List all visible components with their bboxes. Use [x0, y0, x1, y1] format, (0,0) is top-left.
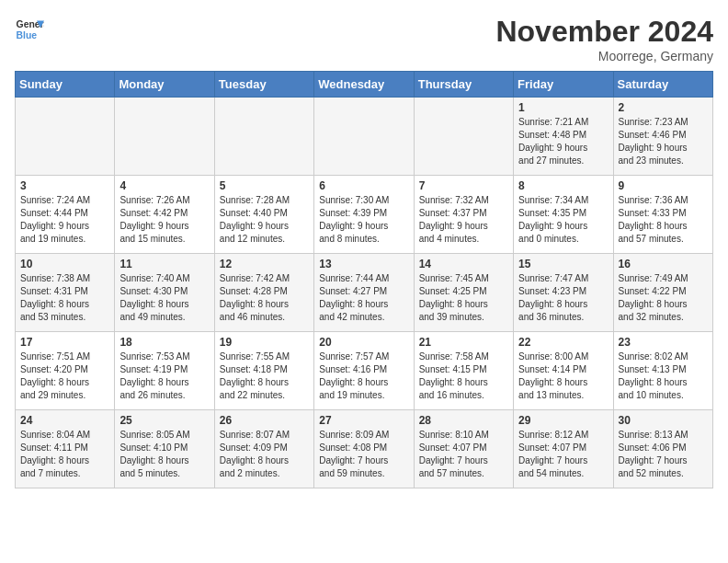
day-info: Sunrise: 7:47 AM Sunset: 4:23 PM Dayligh… — [518, 272, 608, 324]
calendar-cell: 17Sunrise: 7:51 AM Sunset: 4:20 PM Dayli… — [16, 332, 115, 410]
day-number: 16 — [619, 258, 708, 270]
weekday-header-friday: Friday — [514, 72, 613, 98]
calendar-cell: 12Sunrise: 7:42 AM Sunset: 4:28 PM Dayli… — [214, 254, 313, 332]
day-number: 29 — [518, 414, 608, 427]
calendar-cell: 27Sunrise: 8:09 AM Sunset: 4:08 PM Dayli… — [314, 410, 414, 488]
day-number: 14 — [419, 258, 508, 270]
day-number: 18 — [119, 336, 209, 349]
calendar-cell: 16Sunrise: 7:49 AM Sunset: 4:22 PM Dayli… — [613, 254, 712, 332]
day-number: 19 — [220, 336, 309, 349]
day-number: 11 — [119, 258, 209, 270]
svg-text:Blue: Blue — [17, 30, 38, 40]
day-number: 15 — [518, 258, 608, 270]
calendar-cell: 20Sunrise: 7:57 AM Sunset: 4:16 PM Dayli… — [314, 332, 414, 410]
day-number: 17 — [20, 336, 109, 349]
calendar-cell: 26Sunrise: 8:07 AM Sunset: 4:09 PM Dayli… — [214, 410, 313, 488]
day-info: Sunrise: 8:09 AM Sunset: 4:08 PM Dayligh… — [319, 429, 408, 480]
calendar-cell: 10Sunrise: 7:38 AM Sunset: 4:31 PM Dayli… — [16, 254, 115, 332]
day-info: Sunrise: 7:23 AM Sunset: 4:46 PM Dayligh… — [619, 116, 708, 167]
calendar-cell — [115, 98, 214, 176]
day-info: Sunrise: 7:40 AM Sunset: 4:30 PM Dayligh… — [119, 272, 209, 324]
day-info: Sunrise: 7:58 AM Sunset: 4:15 PM Dayligh… — [419, 350, 508, 402]
day-number: 1 — [518, 101, 608, 114]
day-info: Sunrise: 8:02 AM Sunset: 4:13 PM Dayligh… — [619, 350, 708, 402]
calendar-cell: 4Sunrise: 7:26 AM Sunset: 4:42 PM Daylig… — [115, 176, 214, 254]
logo: General Blue — [15, 15, 44, 44]
day-info: Sunrise: 8:07 AM Sunset: 4:09 PM Dayligh… — [220, 429, 309, 480]
week-row-4: 17Sunrise: 7:51 AM Sunset: 4:20 PM Dayli… — [16, 332, 713, 410]
day-info: Sunrise: 8:13 AM Sunset: 4:06 PM Dayligh… — [619, 429, 708, 480]
week-row-2: 3Sunrise: 7:24 AM Sunset: 4:44 PM Daylig… — [16, 176, 713, 254]
weekday-header-wednesday: Wednesday — [314, 72, 414, 98]
calendar-cell: 1Sunrise: 7:21 AM Sunset: 4:48 PM Daylig… — [514, 98, 613, 176]
calendar-cell — [314, 98, 414, 176]
calendar-cell: 29Sunrise: 8:12 AM Sunset: 4:07 PM Dayli… — [514, 410, 613, 488]
day-number: 9 — [619, 179, 708, 192]
calendar-cell: 22Sunrise: 8:00 AM Sunset: 4:14 PM Dayli… — [514, 332, 613, 410]
day-info: Sunrise: 7:42 AM Sunset: 4:28 PM Dayligh… — [220, 272, 309, 324]
day-info: Sunrise: 7:55 AM Sunset: 4:18 PM Dayligh… — [220, 350, 309, 402]
day-number: 12 — [220, 258, 309, 270]
calendar-cell: 18Sunrise: 7:53 AM Sunset: 4:19 PM Dayli… — [115, 332, 214, 410]
day-info: Sunrise: 7:21 AM Sunset: 4:48 PM Dayligh… — [518, 116, 608, 167]
calendar-cell: 3Sunrise: 7:24 AM Sunset: 4:44 PM Daylig… — [16, 176, 115, 254]
day-info: Sunrise: 7:45 AM Sunset: 4:25 PM Dayligh… — [419, 272, 508, 324]
weekday-header-thursday: Thursday — [414, 72, 513, 98]
day-number: 26 — [220, 414, 309, 427]
day-number: 7 — [419, 179, 508, 192]
day-info: Sunrise: 7:26 AM Sunset: 4:42 PM Dayligh… — [119, 194, 209, 246]
day-info: Sunrise: 7:32 AM Sunset: 4:37 PM Dayligh… — [419, 194, 508, 246]
day-number: 3 — [20, 179, 109, 192]
calendar-cell — [16, 98, 115, 176]
weekday-header-row: SundayMondayTuesdayWednesdayThursdayFrid… — [16, 72, 713, 98]
calendar-cell: 15Sunrise: 7:47 AM Sunset: 4:23 PM Dayli… — [514, 254, 613, 332]
day-number: 5 — [220, 179, 309, 192]
day-info: Sunrise: 7:51 AM Sunset: 4:20 PM Dayligh… — [20, 350, 109, 402]
weekday-header-sunday: Sunday — [16, 72, 115, 98]
calendar-cell: 19Sunrise: 7:55 AM Sunset: 4:18 PM Dayli… — [214, 332, 313, 410]
day-number: 27 — [319, 414, 408, 427]
day-info: Sunrise: 7:57 AM Sunset: 4:16 PM Dayligh… — [319, 350, 408, 402]
day-number: 24 — [20, 414, 109, 427]
day-number: 4 — [119, 179, 209, 192]
day-info: Sunrise: 7:24 AM Sunset: 4:44 PM Dayligh… — [20, 194, 109, 246]
calendar-cell: 11Sunrise: 7:40 AM Sunset: 4:30 PM Dayli… — [115, 254, 214, 332]
calendar-cell: 13Sunrise: 7:44 AM Sunset: 4:27 PM Dayli… — [314, 254, 414, 332]
logo-icon: General Blue — [15, 15, 44, 44]
calendar-cell — [214, 98, 313, 176]
calendar-cell: 21Sunrise: 7:58 AM Sunset: 4:15 PM Dayli… — [414, 332, 513, 410]
day-number: 6 — [319, 179, 408, 192]
calendar-cell: 25Sunrise: 8:05 AM Sunset: 4:10 PM Dayli… — [115, 410, 214, 488]
week-row-3: 10Sunrise: 7:38 AM Sunset: 4:31 PM Dayli… — [16, 254, 713, 332]
day-number: 23 — [619, 336, 708, 349]
day-info: Sunrise: 7:34 AM Sunset: 4:35 PM Dayligh… — [518, 194, 608, 246]
day-number: 28 — [419, 414, 508, 427]
day-info: Sunrise: 7:53 AM Sunset: 4:19 PM Dayligh… — [119, 350, 209, 402]
day-number: 22 — [518, 336, 608, 349]
week-row-5: 24Sunrise: 8:04 AM Sunset: 4:11 PM Dayli… — [16, 410, 713, 488]
day-number: 10 — [20, 258, 109, 270]
day-info: Sunrise: 8:10 AM Sunset: 4:07 PM Dayligh… — [419, 429, 508, 480]
day-info: Sunrise: 8:00 AM Sunset: 4:14 PM Dayligh… — [518, 350, 608, 402]
day-number: 21 — [419, 336, 508, 349]
day-number: 25 — [119, 414, 209, 427]
day-info: Sunrise: 8:05 AM Sunset: 4:10 PM Dayligh… — [119, 429, 209, 480]
calendar-cell: 6Sunrise: 7:30 AM Sunset: 4:39 PM Daylig… — [314, 176, 414, 254]
calendar-table: SundayMondayTuesdayWednesdayThursdayFrid… — [15, 71, 713, 488]
day-info: Sunrise: 7:36 AM Sunset: 4:33 PM Dayligh… — [619, 194, 708, 246]
calendar-cell: 8Sunrise: 7:34 AM Sunset: 4:35 PM Daylig… — [514, 176, 613, 254]
location-subtitle: Moorrege, Germany — [495, 49, 713, 63]
calendar-cell: 28Sunrise: 8:10 AM Sunset: 4:07 PM Dayli… — [414, 410, 513, 488]
day-number: 30 — [619, 414, 708, 427]
week-row-1: 1Sunrise: 7:21 AM Sunset: 4:48 PM Daylig… — [16, 98, 713, 176]
day-number: 20 — [319, 336, 408, 349]
day-info: Sunrise: 8:12 AM Sunset: 4:07 PM Dayligh… — [518, 429, 608, 480]
weekday-header-saturday: Saturday — [613, 72, 712, 98]
day-number: 13 — [319, 258, 408, 270]
calendar-cell: 23Sunrise: 8:02 AM Sunset: 4:13 PM Dayli… — [613, 332, 712, 410]
calendar-cell: 24Sunrise: 8:04 AM Sunset: 4:11 PM Dayli… — [16, 410, 115, 488]
day-number: 8 — [518, 179, 608, 192]
day-info: Sunrise: 8:04 AM Sunset: 4:11 PM Dayligh… — [20, 429, 109, 480]
day-number: 2 — [619, 101, 708, 114]
calendar-cell: 9Sunrise: 7:36 AM Sunset: 4:33 PM Daylig… — [613, 176, 712, 254]
